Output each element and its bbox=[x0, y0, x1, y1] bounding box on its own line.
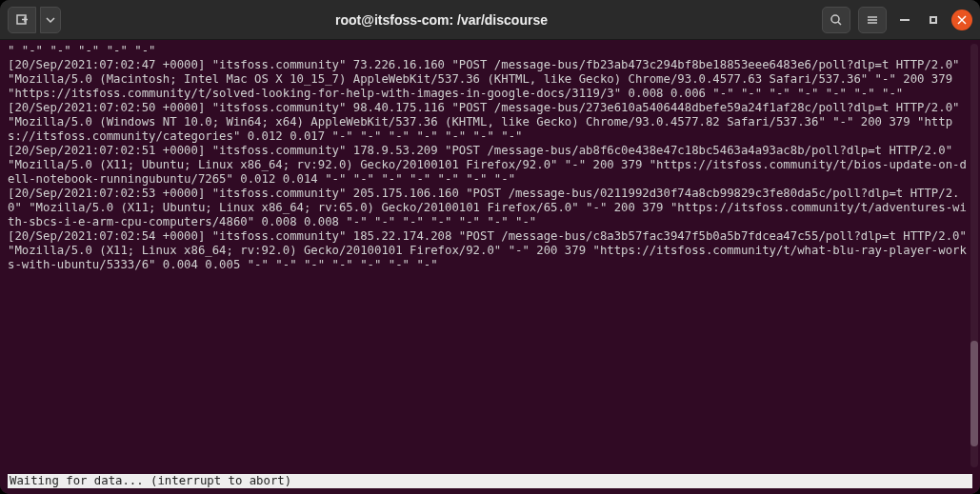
scrollbar[interactable] bbox=[970, 44, 978, 467]
svg-point-3 bbox=[831, 15, 839, 23]
tab-dropdown-button[interactable] bbox=[40, 7, 61, 33]
new-tab-icon bbox=[15, 13, 29, 27]
status-line: Waiting for data... (interrupt to abort) bbox=[8, 474, 972, 488]
minimize-icon bbox=[900, 19, 910, 21]
close-icon bbox=[957, 15, 967, 25]
menu-button[interactable] bbox=[858, 7, 887, 33]
window-title: root@itsfoss-com: /var/discourse bbox=[67, 12, 816, 28]
search-button[interactable] bbox=[822, 7, 850, 33]
chevron-down-icon bbox=[46, 15, 55, 25]
new-tab-button[interactable] bbox=[8, 7, 36, 33]
titlebar: root@itsfoss-com: /var/discourse bbox=[0, 0, 980, 40]
terminal-viewport[interactable]: " "-" "-" "-" "-" "-" [20/Sep/2021:07:02… bbox=[0, 40, 980, 494]
scrollbar-thumb[interactable] bbox=[970, 341, 978, 446]
svg-line-4 bbox=[838, 22, 841, 25]
hamburger-icon bbox=[866, 13, 879, 27]
terminal-output: " "-" "-" "-" "-" "-" [20/Sep/2021:07:02… bbox=[8, 44, 972, 272]
maximize-button[interactable] bbox=[923, 10, 944, 30]
terminal-window: root@itsfoss-com: /var/discourse " "-" "… bbox=[0, 0, 980, 494]
maximize-icon bbox=[930, 16, 937, 24]
search-icon bbox=[830, 13, 843, 27]
close-button[interactable] bbox=[951, 10, 972, 30]
minimize-button[interactable] bbox=[894, 10, 915, 30]
